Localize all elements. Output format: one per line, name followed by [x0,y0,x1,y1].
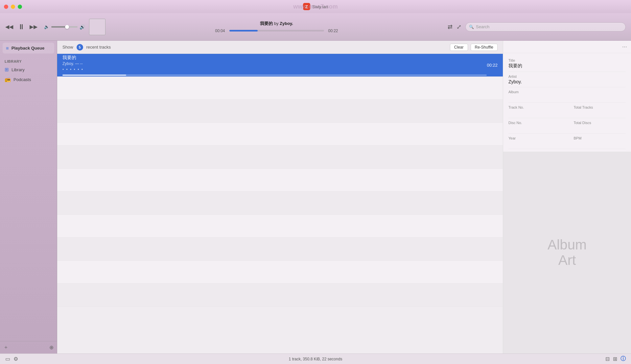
library-icon: ⊞ [5,67,9,73]
status-info: 1 track, 350.8 KiB, 22 seconds [289,357,342,361]
progress-bar[interactable] [229,30,324,32]
bpm-label: BPM [574,136,626,140]
year-bpm-field: Year BPM [508,134,626,149]
queue-list: 我要的 Zyboy. — -- • • • • • • 00:22 [57,54,503,353]
queue-row[interactable] [57,261,503,284]
album-field: Album [508,87,626,103]
options-icon: ⊕ [49,345,54,350]
volume-control: 🔈 🔊 [44,24,85,30]
library-label: Library [12,67,25,72]
minimize-button[interactable] [11,5,15,9]
track-duration: 00:22 [487,63,498,68]
progress-area: 00:04 00:22 [214,29,339,33]
artist-value: Zyboy. [508,79,626,84]
queue-area: Show 5 recent tracks Clear Re-Shuffle 我要… [57,41,503,353]
status-bar: ▭ ⚙ 1 track, 350.8 KiB, 22 seconds ⊟ ⊞ ⓘ [0,353,631,364]
queue-header: Show 5 recent tracks Clear Re-Shuffle [57,41,503,54]
disc-no-label: Disc No. [508,121,561,125]
track-progress [62,75,487,76]
podcasts-label: Podcasts [13,77,31,82]
add-button[interactable]: ＋ [3,344,9,351]
queue-row[interactable] [57,146,503,169]
queue-row-active[interactable]: 我要的 Zyboy. — -- • • • • • • 00:22 [57,54,503,77]
track-title: 我要的 [62,55,487,61]
window-controls [4,5,22,9]
queue-row[interactable] [57,123,503,146]
dots-icon: ··· [622,43,627,50]
queue-row[interactable] [57,238,503,261]
app-title: Z Swiy ian [303,3,328,10]
grid-view-icon: ⊞ [613,356,617,362]
queue-icon: ≡ [6,45,9,51]
info-toggle-button[interactable]: ⓘ [620,355,626,362]
title-label: Title [508,58,626,62]
play-pause-icon: ⏸ [18,23,25,31]
show-label: Show [62,45,73,50]
search-box[interactable]: 🔍 Search [465,22,626,32]
column-view-button[interactable]: ⊟ [605,355,610,362]
search-input[interactable]: Search [476,24,622,29]
now-playing-artwork [89,19,105,35]
track-no-value [508,110,561,115]
playback-queue-label: Playback Queue [12,46,44,51]
column-view-icon: ⊟ [605,356,610,362]
queue-row[interactable] [57,100,503,123]
queue-row[interactable] [57,169,503,192]
now-playing-title: 我要的 by Zyboy. [260,21,293,27]
app-logo: Z [303,3,310,10]
year-label: Year [508,136,561,140]
disc-no-value [508,125,561,131]
library-section-label: LIBRARY [0,55,57,65]
sidebar-options-button[interactable]: ⊕ [49,344,54,351]
queue-row[interactable] [57,77,503,100]
podcasts-icon: 📻 [5,76,11,82]
artist-label: Artist [508,75,626,78]
add-icon: ＋ [3,344,9,350]
track-no-label: Track No. [508,105,561,109]
reshuffle-button[interactable]: Re-Shuffle [471,44,498,51]
right-transport-controls: ⇄ ⤢ [448,23,461,31]
track-info-center: 我要的 by Zyboy. 00:04 00:22 [109,21,444,33]
queue-row[interactable] [57,192,503,215]
sidebar-item-podcasts[interactable]: 📻 Podcasts [0,75,57,84]
shuffle-icon: ⇄ [448,24,453,30]
queue-row[interactable] [57,215,503,238]
info-fields: Title 我要的 Artist Zyboy. Album Track No. … [503,53,631,152]
equalizer-button[interactable]: ⚙ [13,356,18,362]
recent-count-badge: 5 [77,44,83,51]
total-tracks-label: Total Tracks [574,105,626,109]
current-time: 00:04 [214,29,226,33]
total-discs-label: Total Discs [574,121,626,125]
sidebar: ≡ Playback Queue LIBRARY ⊞ Library 📻 Pod… [0,41,57,353]
clear-button[interactable]: Clear [450,44,468,51]
miniplayer-button[interactable]: ⤢ [456,23,461,31]
maximize-button[interactable] [18,5,22,9]
album-value [508,95,626,100]
title-field: Title 我要的 [508,56,626,72]
previous-button[interactable]: ◀◀ [5,24,13,30]
total-time: 00:22 [327,29,339,33]
status-bar-right: ⊟ ⊞ ⓘ [605,355,626,362]
main-content: ≡ Playback Queue LIBRARY ⊞ Library 📻 Pod… [0,41,631,353]
recent-tracks-label: recent tracks [86,45,111,50]
total-tracks-value [574,110,626,115]
track-row-info: 我要的 Zyboy. — -- • • • • • • [62,55,487,76]
search-icon: 🔍 [469,25,474,29]
grid-view-button[interactable]: ⊞ [613,355,617,362]
queue-row[interactable] [57,284,503,307]
shuffle-button[interactable]: ⇄ [448,23,453,31]
info-panel: ··· Title 我要的 Artist Zyboy. Album Track … [503,41,631,353]
title-value: 我要的 [508,63,626,69]
play-pause-button[interactable]: ⏸ [18,23,25,31]
view-toggle-button[interactable]: ▭ [5,356,10,362]
next-button[interactable]: ▶▶ [30,24,37,30]
info-options-button[interactable]: ··· [622,43,627,50]
sidebar-item-library[interactable]: ⊞ Library [0,65,57,75]
volume-slider[interactable] [51,26,78,28]
volume-low-icon: 🔈 [44,24,49,29]
status-bar-left: ▭ ⚙ [5,356,18,362]
close-button[interactable] [4,5,8,9]
bpm-value [574,141,626,146]
previous-icon: ◀◀ [5,24,13,30]
sidebar-item-playback-queue[interactable]: ≡ Playback Queue [3,43,54,54]
